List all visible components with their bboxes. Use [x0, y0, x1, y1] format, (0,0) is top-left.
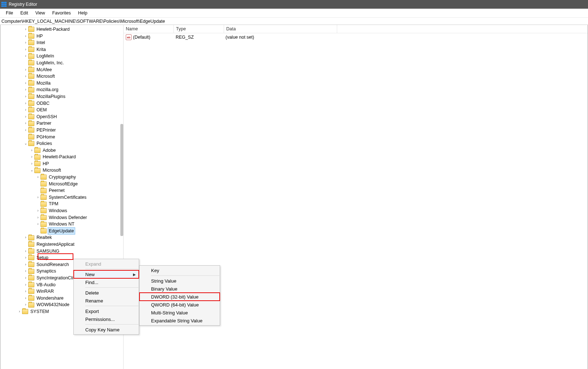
chevron-right-icon[interactable]: ›	[23, 288, 28, 295]
tree-item[interactable]: ›OEM	[0, 107, 123, 113]
tree-item[interactable]: ›Hewlett-Packard	[0, 26, 123, 33]
tree-item[interactable]: ›LogMeIn	[0, 53, 123, 60]
tree-item[interactable]: ›Peernet	[0, 187, 123, 194]
chevron-right-icon: ›	[23, 134, 28, 141]
ctx-find[interactable]: Find...	[74, 278, 139, 286]
ctx-copy-key-name[interactable]: Copy Key Name	[74, 326, 139, 334]
chevron-right-icon[interactable]: ›	[23, 100, 28, 107]
tree-item[interactable]: ›McAfee	[0, 66, 123, 73]
address-bar[interactable]: Computer\HKEY_LOCAL_MACHINE\SOFTWARE\Pol…	[0, 18, 588, 25]
menu-edit[interactable]: Edit	[17, 9, 32, 17]
folder-icon	[40, 222, 47, 227]
chevron-right-icon[interactable]: ›	[23, 282, 28, 288]
tree-item[interactable]: ›OpenSSH	[0, 113, 123, 120]
chevron-down-icon[interactable]: ⌄	[23, 140, 28, 147]
ctx-delete[interactable]: Delete	[74, 289, 139, 297]
tree-item[interactable]: ›MozillaPlugins	[0, 93, 123, 100]
chevron-right-icon[interactable]: ›	[23, 254, 28, 261]
col-name[interactable]: Name	[124, 25, 174, 33]
ctx-permissions[interactable]: Permissions...	[74, 315, 139, 323]
tree-item[interactable]: ›SystemCertificates	[0, 194, 123, 201]
tree-item[interactable]: ›Hewlett-Packard	[0, 154, 123, 160]
tree-item-label: RegisteredApplicat	[36, 241, 75, 248]
menu-file[interactable]: File	[2, 9, 17, 17]
chevron-right-icon[interactable]: ›	[23, 26, 28, 33]
list-row[interactable]: ab (Default) REG_SZ (value not set)	[124, 33, 588, 41]
chevron-right-icon[interactable]: ›	[23, 127, 28, 134]
chevron-right-icon[interactable]: ›	[23, 33, 28, 40]
chevron-right-icon[interactable]: ›	[23, 93, 28, 100]
chevron-right-icon[interactable]: ›	[23, 113, 28, 120]
chevron-right-icon[interactable]: ›	[23, 53, 28, 60]
tree-item[interactable]: ›HP	[0, 33, 123, 40]
chevron-right-icon[interactable]: ›	[29, 154, 34, 160]
chevron-right-icon[interactable]: ›	[35, 221, 40, 228]
chevron-right-icon[interactable]: ›	[23, 39, 28, 46]
new-expandable-string-value[interactable]: Expandable String Value	[140, 317, 220, 325]
ctx-new[interactable]: New ▶	[74, 270, 139, 278]
tree-item[interactable]: ›HP	[0, 160, 123, 167]
chevron-right-icon[interactable]: ›	[29, 147, 34, 154]
chevron-down-icon[interactable]: ⌄	[29, 167, 34, 174]
tree-item[interactable]: ›mozilla.org	[0, 86, 123, 93]
tree-item[interactable]: ›MicrosoftEdge	[0, 181, 123, 188]
tree-item[interactable]: ›Windows	[0, 207, 123, 214]
tree-item[interactable]: ›Krita	[0, 46, 123, 53]
chevron-right-icon[interactable]: ›	[23, 275, 28, 282]
tree-item[interactable]: ›Microsoft	[0, 73, 123, 80]
new-submenu[interactable]: Key String Value Binary Value DWORD (32-…	[139, 265, 220, 326]
new-dword-value[interactable]: DWORD (32-bit) Value	[140, 293, 220, 301]
new-string-value[interactable]: String Value	[140, 277, 220, 285]
chevron-right-icon[interactable]: ›	[23, 120, 28, 127]
chevron-right-icon[interactable]: ›	[35, 207, 40, 214]
ctx-export[interactable]: Export	[74, 307, 139, 315]
chevron-right-icon[interactable]: ›	[23, 248, 28, 255]
chevron-right-icon[interactable]: ›	[23, 301, 28, 308]
new-key[interactable]: Key	[140, 266, 220, 274]
new-binary-value[interactable]: Binary Value	[140, 285, 220, 293]
chevron-right-icon[interactable]: ›	[23, 66, 28, 73]
chevron-right-icon[interactable]: ›	[35, 214, 40, 221]
tree-item[interactable]: ›Partner	[0, 120, 123, 127]
new-qword-value[interactable]: QWORD (64-bit) Value	[140, 301, 220, 309]
chevron-right-icon[interactable]: ›	[35, 194, 40, 201]
tree-item[interactable]: ›Adobe	[0, 147, 123, 154]
tree-item[interactable]: ›Windows NT	[0, 221, 123, 228]
tree-item[interactable]: ›EdgeUpdate	[0, 228, 123, 235]
ctx-rename[interactable]: Rename	[74, 297, 139, 305]
menu-help[interactable]: Help	[74, 9, 91, 17]
tree-item[interactable]: ›Realtek	[0, 234, 123, 241]
scrollbar-thumb[interactable]	[120, 124, 123, 236]
chevron-right-icon[interactable]: ›	[23, 261, 28, 268]
tree-item[interactable]: ›PGHome	[0, 134, 123, 141]
tree-item[interactable]: ›RegisteredApplicat	[0, 241, 123, 248]
tree-item[interactable]: ⌄Microsoft	[0, 167, 123, 174]
chevron-right-icon[interactable]: ›	[35, 174, 40, 181]
chevron-right-icon[interactable]: ›	[17, 308, 22, 315]
tree-item[interactable]: ›Cryptography	[0, 174, 123, 181]
chevron-right-icon[interactable]: ›	[23, 107, 28, 113]
tree-item[interactable]: ›Windows Defender	[0, 214, 123, 221]
col-type[interactable]: Type	[174, 25, 224, 33]
tree-item[interactable]: ⌄Policies	[0, 140, 123, 147]
tree-item[interactable]: ›TPM	[0, 201, 123, 207]
menu-view[interactable]: View	[32, 9, 49, 17]
new-multi-string-value[interactable]: Multi-String Value	[140, 309, 220, 317]
chevron-right-icon[interactable]: ›	[23, 268, 28, 275]
menu-favorites[interactable]: Favorites	[49, 9, 74, 17]
context-menu[interactable]: Expand New ▶ Find... Delete Rename Expor…	[73, 259, 139, 335]
tree-item[interactable]: ›Mozilla	[0, 80, 123, 87]
tree-item[interactable]: ›PEPrinter	[0, 127, 123, 134]
tree-item[interactable]: ›ODBC	[0, 100, 123, 107]
chevron-right-icon[interactable]: ›	[23, 234, 28, 241]
chevron-right-icon[interactable]: ›	[29, 160, 34, 167]
col-data[interactable]: Data	[224, 25, 337, 33]
tree-item[interactable]: ›Intel	[0, 39, 123, 46]
chevron-right-icon[interactable]: ›	[23, 295, 28, 302]
folder-icon	[34, 161, 40, 166]
chevron-right-icon[interactable]: ›	[23, 46, 28, 53]
chevron-right-icon[interactable]: ›	[23, 86, 28, 93]
chevron-right-icon[interactable]: ›	[23, 80, 28, 87]
chevron-right-icon[interactable]: ›	[23, 73, 28, 80]
tree-item[interactable]: ›LogMeIn, Inc.	[0, 60, 123, 66]
